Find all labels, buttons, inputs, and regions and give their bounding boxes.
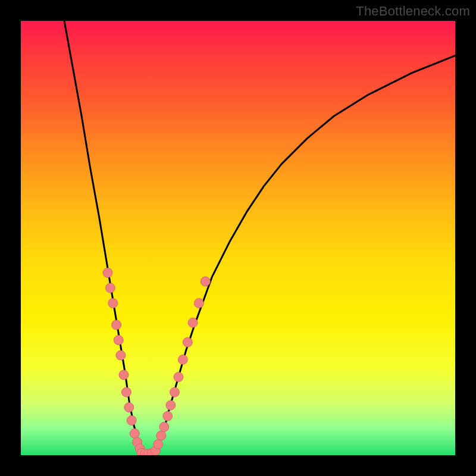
data-marker [127, 416, 136, 425]
data-marker [154, 440, 163, 449]
plot-area [21, 21, 455, 455]
data-marker [124, 403, 134, 412]
data-marker [178, 355, 187, 364]
data-marker [174, 372, 183, 382]
chart-frame: TheBottleneck.com [0, 0, 476, 476]
data-marker [170, 387, 179, 397]
data-marker [108, 299, 118, 308]
data-marker [159, 422, 169, 432]
data-marker [119, 370, 129, 380]
data-marker [116, 350, 126, 360]
data-marker [130, 429, 139, 439]
data-marker [114, 336, 123, 345]
chart-overlay [21, 21, 455, 455]
data-marker [163, 411, 173, 421]
data-marker [183, 337, 192, 347]
watermark-text: TheBottleneck.com [356, 4, 470, 19]
data-marker [188, 318, 198, 327]
data-marker [103, 268, 112, 277]
data-marker [194, 299, 203, 308]
data-marker [156, 431, 166, 440]
data-marker [112, 320, 121, 330]
data-marker [166, 400, 176, 410]
data-marker [201, 277, 210, 286]
data-marker [121, 387, 131, 397]
data-marker [105, 283, 115, 293]
